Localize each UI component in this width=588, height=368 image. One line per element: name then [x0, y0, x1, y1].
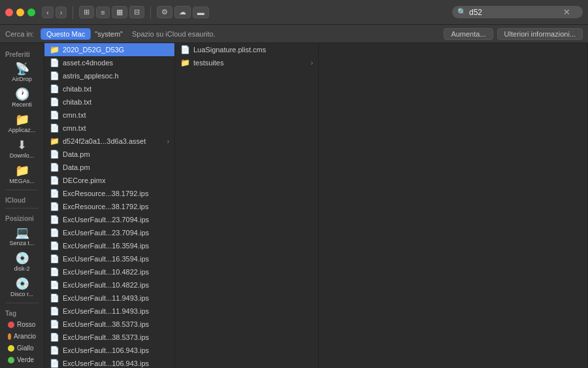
tag-verde-label: Verde	[17, 356, 34, 363]
list-item[interactable]: 📄 ExcUserFault...23.7094.ips	[44, 213, 174, 226]
list-item[interactable]: 📄 Data.pm	[44, 161, 174, 174]
list-item[interactable]: 📄 ExcUserFault...10.4822.ips	[44, 278, 174, 292]
list-item[interactable]: 📄 cmn.txt	[44, 109, 174, 122]
sidebar-item-airdrop[interactable]: 📡 AirDrop	[3, 60, 41, 85]
list-item[interactable]: 📄 ExcUserFault...106.943.ips	[44, 344, 174, 357]
sidebar-item-disk2-label: disk-2	[3, 265, 41, 272]
search-clear-icon[interactable]: ✕	[563, 7, 570, 17]
megas-icon: 📁	[15, 165, 29, 176]
list-item[interactable]: 📄 ExcUserFault...11.9493.ips	[44, 292, 174, 305]
file-pane-right	[319, 43, 588, 368]
list-item[interactable]: 📄 ExcUserFault...16.3594.ips	[44, 252, 174, 265]
file-name: LuaSignature.plist.cms	[193, 46, 313, 54]
file-icon: 📄	[50, 189, 59, 198]
sidebar-item-recenti[interactable]: 🕐 Recenti	[3, 86, 41, 110]
main-area: Preferiti 📡 AirDrop 🕐 Recenti 📁 Applicaz…	[0, 43, 588, 368]
sidebar-item-megas[interactable]: 📁 MEGAs...	[3, 162, 41, 187]
sidebar-item-download[interactable]: ⬇ Downlo...	[3, 137, 41, 161]
file-panes: 📁 2020_D52G_D53G › 📄 asset.c4dnodes 📄 as…	[44, 43, 588, 368]
list-item[interactable]: 📄 ExcUserFault...10.4822.ips	[44, 265, 174, 278]
sidebar-item-senza[interactable]: 💻 Senza t...	[3, 224, 41, 249]
divider-icloud	[5, 190, 39, 190]
list-item[interactable]: 📄 ExcResource...38.1792.ips	[44, 187, 174, 200]
recenti-icon: 🕐	[15, 88, 29, 100]
list-item[interactable]: 📄 ExcUserFault...11.9493.ips	[44, 305, 174, 318]
tag-arancio[interactable]: Arancio	[3, 331, 41, 342]
list-item[interactable]: 📄 DECore.pimx	[44, 174, 174, 187]
minimize-button[interactable]	[16, 8, 24, 16]
aumenta-button[interactable]: Aumenta...	[444, 28, 493, 40]
applicaz-icon: 📁	[15, 114, 29, 125]
file-icon: 📄	[50, 124, 59, 133]
ulteriori-button[interactable]: Ulteriori informazioni...	[497, 28, 583, 40]
list-item[interactable]: 📁 testsuites ›	[175, 56, 318, 69]
view-columns-button[interactable]: ▦	[112, 6, 127, 18]
view-grid-button[interactable]: ⊞	[79, 6, 94, 18]
tag-rosso[interactable]: Rosso	[3, 319, 41, 330]
disco-icon: 💿	[15, 278, 29, 290]
view-list-button[interactable]: ≡	[96, 7, 109, 18]
sidebar-item-disco[interactable]: 💿 Disco r...	[3, 275, 41, 300]
file-name: ExcUserFault...11.9493.ips	[63, 294, 169, 302]
share-button[interactable]: ⚙	[157, 6, 172, 18]
divider-posizioni	[5, 208, 39, 209]
file-icon: 📄	[50, 241, 59, 250]
file-pane-left: 📁 2020_D52G_D53G › 📄 asset.c4dnodes 📄 as…	[44, 43, 175, 368]
arrow-icon: ›	[311, 59, 313, 67]
maximize-button[interactable]	[27, 8, 35, 16]
file-name: ExcResource...38.1792.ips	[63, 190, 169, 197]
file-icon: 📄	[50, 176, 59, 185]
questo-mac-button[interactable]: Questo Mac	[41, 28, 91, 40]
view-gallery-button[interactable]: ⊟	[129, 6, 144, 18]
file-name: ExcUserFault...10.4822.ips	[63, 281, 169, 289]
file-icon: 📄	[50, 58, 59, 67]
tag-giallo-dot	[8, 345, 14, 352]
file-icon: 📄	[50, 215, 59, 224]
file-name: ExcResource...38.1792.ips	[63, 203, 169, 210]
folder-icon: 📁	[50, 137, 59, 146]
list-item[interactable]: 📄 cmn.txt	[44, 122, 174, 135]
list-item[interactable]: 📄 LuaSignature.plist.cms	[175, 43, 318, 56]
list-item[interactable]: 📄 ExcUserFault...106.943.ips	[44, 357, 174, 368]
list-item[interactable]: 📄 ExcResource...38.1792.ips	[44, 200, 174, 213]
divider-1	[73, 6, 73, 19]
list-item[interactable]: 📁 2020_D52G_D53G ›	[44, 43, 174, 56]
tag-verde[interactable]: Verde	[3, 354, 41, 365]
list-item[interactable]: 📄 ExcUserFault...38.5373.ips	[44, 331, 174, 344]
file-name: ExcUserFault...10.4822.ips	[63, 268, 169, 276]
folder-icon: 📁	[50, 45, 59, 54]
file-name: ExcUserFault...16.3594.ips	[63, 255, 169, 263]
file-name: ExcUserFault...106.943.ips	[63, 360, 169, 367]
search-input[interactable]	[469, 8, 561, 17]
arrow-icon: ›	[167, 46, 169, 54]
back-button[interactable]: ‹	[42, 7, 54, 18]
close-button[interactable]	[5, 8, 13, 16]
tag-giallo-label: Giallo	[17, 344, 34, 352]
icloud-button[interactable]: ☁	[174, 6, 191, 18]
file-name: chitab.txt	[63, 98, 169, 106]
list-item[interactable]: 📄 ExcUserFault...38.5373.ips	[44, 318, 174, 331]
file-pane-middle: 📄 LuaSignature.plist.cms 📁 testsuites ›	[175, 43, 319, 368]
list-item[interactable]: 📄 Data.pm	[44, 148, 174, 161]
list-item[interactable]: 📁 d524f2a0a1...3d6a3.asset ›	[44, 135, 174, 148]
list-item[interactable]: 📄 chitab.txt	[44, 82, 174, 95]
file-name: ExcUserFault...106.943.ips	[63, 346, 169, 354]
tag-rosso-dot	[8, 322, 14, 328]
view-toggle-button[interactable]: ▬	[193, 7, 209, 18]
forward-button[interactable]: ›	[56, 7, 67, 18]
file-name: DECore.pimx	[63, 176, 169, 184]
traffic-lights	[5, 8, 35, 16]
divider-tag	[5, 303, 39, 303]
list-item[interactable]: 📄 ExcUserFault...16.3594.ips	[44, 239, 174, 252]
list-item[interactable]: 📄 chitab.txt	[44, 95, 174, 109]
list-item[interactable]: 📄 asset.c4dnodes	[44, 56, 174, 69]
file-name: ExcUserFault...16.3594.ips	[63, 242, 169, 250]
tag-giallo[interactable]: Giallo	[3, 343, 41, 354]
sidebar-item-disk2[interactable]: 💿 disk-2	[3, 250, 41, 275]
tag-rosso-label: Rosso	[17, 321, 35, 328]
list-item[interactable]: 📄 ExcUserFault...23.7094.ips	[44, 226, 174, 239]
file-name: 2020_D52G_D53G	[63, 46, 164, 54]
file-icon: 📄	[50, 254, 59, 263]
list-item[interactable]: 📄 astris_applesoc.h	[44, 69, 174, 82]
sidebar-item-applicaz[interactable]: 📁 Applicaz...	[3, 111, 41, 136]
